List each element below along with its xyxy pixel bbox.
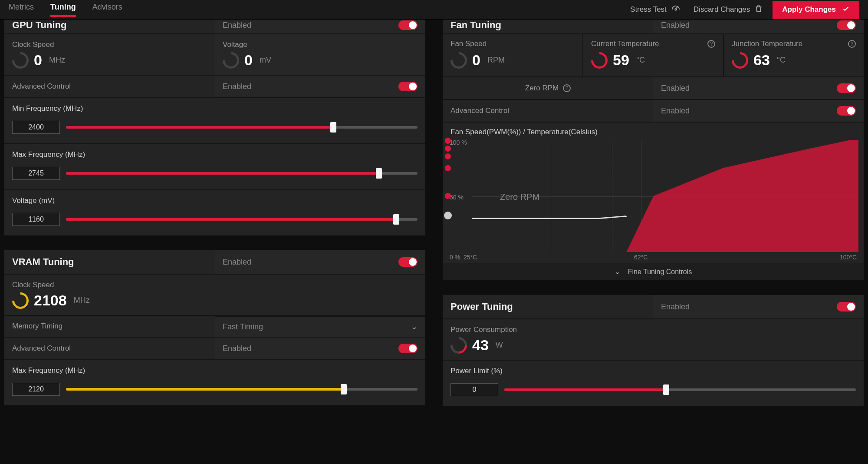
junction-temp-label: Junction Temperature bbox=[732, 40, 802, 48]
zero-rpm-enabled-label: Enabled bbox=[661, 84, 690, 93]
power-limit-input[interactable] bbox=[450, 383, 498, 396]
fan-speed-label: Fan Speed bbox=[450, 40, 487, 48]
gpu-voltage-label: Voltage bbox=[223, 40, 418, 49]
fan-curve-title: Fan Speed(PWM(%)) / Temperature(Celsius) bbox=[448, 128, 858, 140]
current-temp-value: 59 bbox=[613, 52, 629, 69]
vram-clock-label: Clock Speed bbox=[12, 281, 418, 289]
fine-tuning-expand[interactable]: ⌄ Fine Tuning Controls bbox=[443, 263, 864, 280]
gauge-icon bbox=[728, 49, 752, 72]
gpu-clock-label: Clock Speed bbox=[12, 40, 207, 49]
current-temp-unit: °C bbox=[636, 56, 645, 65]
trash-icon bbox=[754, 4, 763, 15]
vram-enabled-toggle[interactable] bbox=[398, 257, 418, 267]
fine-tuning-label: Fine Tuning Controls bbox=[628, 268, 692, 276]
power-enabled-toggle[interactable] bbox=[837, 302, 856, 312]
power-limit-label: Power Limit (%) bbox=[450, 367, 856, 375]
info-icon[interactable]: ? bbox=[848, 40, 856, 48]
gpu-min-freq-slider[interactable] bbox=[66, 126, 418, 129]
fan-enabled-toggle[interactable] bbox=[837, 20, 856, 30]
gpu-min-freq-label: Min Frequency (MHz) bbox=[12, 104, 418, 113]
power-consumption-label: Power Consumption bbox=[450, 325, 856, 334]
curve-point[interactable] bbox=[445, 153, 451, 159]
curve-point[interactable] bbox=[445, 165, 451, 171]
discard-changes-button[interactable]: Discard Changes bbox=[694, 4, 763, 15]
vram-enabled-label: Enabled bbox=[223, 258, 251, 267]
junction-temp-unit: °C bbox=[777, 56, 786, 65]
tab-advisors[interactable]: Advisors bbox=[92, 3, 122, 17]
tab-metrics[interactable]: Metrics bbox=[9, 3, 34, 17]
vram-max-freq-slider[interactable] bbox=[66, 388, 418, 391]
gauge-icon bbox=[9, 49, 32, 72]
gpu-enabled-toggle[interactable] bbox=[398, 20, 418, 30]
chart-y-50: 50 % bbox=[450, 194, 464, 201]
curve-point[interactable] bbox=[445, 146, 451, 152]
vram-advanced-label: Advanced Control bbox=[12, 344, 207, 353]
tab-tuning[interactable]: Tuning bbox=[50, 3, 76, 17]
vram-tuning-panel: VRAM Tuning Enabled Clock Speed 2108 MHz bbox=[4, 250, 425, 405]
gpu-voltage-slider-label: Voltage (mV) bbox=[12, 196, 418, 205]
gpu-max-freq-input[interactable] bbox=[12, 167, 60, 180]
vram-max-freq-label: Max Frequency (MHz) bbox=[12, 366, 418, 375]
gpu-voltage-slider[interactable] bbox=[66, 218, 418, 221]
gauge-icon bbox=[9, 289, 32, 312]
power-enabled-label: Enabled bbox=[661, 302, 690, 312]
chart-x-62: 62°C bbox=[634, 254, 648, 261]
gpu-max-freq-slider[interactable] bbox=[66, 172, 418, 175]
fan-advanced-enabled-label: Enabled bbox=[661, 106, 690, 116]
gpu-max-freq-label: Max Frequency (MHz) bbox=[12, 150, 418, 159]
fan-tuning-title: Fan Tuning bbox=[443, 20, 653, 33]
vram-max-freq-input[interactable] bbox=[12, 383, 60, 396]
fan-advanced-toggle[interactable] bbox=[837, 106, 856, 116]
info-icon[interactable]: ? bbox=[563, 84, 571, 92]
zero-rpm-label: Zero RPM bbox=[525, 84, 559, 93]
gpu-advanced-label: Advanced Control bbox=[12, 82, 207, 91]
discard-changes-label: Discard Changes bbox=[694, 5, 750, 14]
gpu-advanced-toggle[interactable] bbox=[398, 82, 418, 91]
vram-clock-unit: MHz bbox=[74, 296, 90, 305]
gauge-icon bbox=[447, 49, 470, 72]
gpu-advanced-enabled-label: Enabled bbox=[223, 82, 251, 91]
curve-point-zero[interactable] bbox=[444, 212, 452, 219]
power-consumption-unit: W bbox=[496, 341, 503, 350]
power-tuning-title: Power Tuning bbox=[443, 295, 653, 318]
apply-changes-button[interactable]: Apply Changes bbox=[773, 1, 859, 19]
vram-timing-dropdown[interactable]: Fast Timing ⌄ bbox=[215, 316, 425, 337]
gauge-icon bbox=[219, 49, 243, 72]
apply-changes-label: Apply Changes bbox=[782, 5, 836, 14]
fan-speed-value: 0 bbox=[472, 52, 480, 69]
svg-point-0 bbox=[675, 9, 677, 10]
vram-clock-value: 2108 bbox=[34, 292, 67, 309]
fan-enabled-label: Enabled bbox=[661, 21, 690, 30]
fan-curve-chart[interactable]: 100 % 50 % 0 %, 25°C 62°C 100°C Zero RPM bbox=[448, 140, 858, 262]
vram-advanced-enabled-label: Enabled bbox=[223, 344, 251, 353]
curve-point[interactable] bbox=[445, 193, 451, 199]
vram-timing-label: Memory Timing bbox=[12, 322, 207, 331]
curve-point[interactable] bbox=[445, 138, 451, 144]
stress-test-button[interactable]: Stress Test bbox=[630, 4, 681, 16]
fan-tuning-panel: Fan Tuning Enabled Fan Speed 0 RPM Curre… bbox=[443, 20, 864, 280]
gpu-voltage-input[interactable] bbox=[12, 213, 60, 226]
check-icon bbox=[842, 5, 850, 15]
top-bar: Metrics Tuning Advisors Stress Test Disc… bbox=[0, 0, 868, 20]
gauge-icon bbox=[671, 4, 681, 16]
chevron-down-icon: ⌄ bbox=[411, 322, 418, 331]
chart-x-100: 100°C bbox=[840, 254, 857, 261]
gpu-tuning-panel: GPU Tuning Enabled Clock Speed 0 MHz Vol… bbox=[4, 20, 425, 235]
junction-temp-value: 63 bbox=[753, 52, 770, 69]
gpu-voltage-value: 0 bbox=[244, 52, 253, 69]
zero-rpm-toggle[interactable] bbox=[837, 83, 856, 93]
gpu-enabled-label: Enabled bbox=[223, 21, 251, 30]
power-limit-slider[interactable] bbox=[504, 388, 856, 391]
info-icon[interactable]: ? bbox=[707, 40, 715, 48]
gpu-min-freq-input[interactable] bbox=[12, 121, 60, 134]
gpu-clock-value: 0 bbox=[34, 52, 42, 69]
gpu-clock-unit: MHz bbox=[49, 56, 65, 65]
vram-advanced-toggle[interactable] bbox=[398, 344, 418, 353]
chevron-down-icon: ⌄ bbox=[615, 268, 620, 276]
gauge-icon bbox=[447, 334, 470, 357]
gpu-voltage-unit: mV bbox=[260, 56, 271, 65]
power-consumption-value: 43 bbox=[472, 337, 489, 354]
current-temp-label: Current Temperature bbox=[591, 40, 659, 48]
power-tuning-panel: Power Tuning Enabled Power Consumption 4… bbox=[443, 295, 864, 406]
svg-marker-1 bbox=[626, 140, 858, 252]
